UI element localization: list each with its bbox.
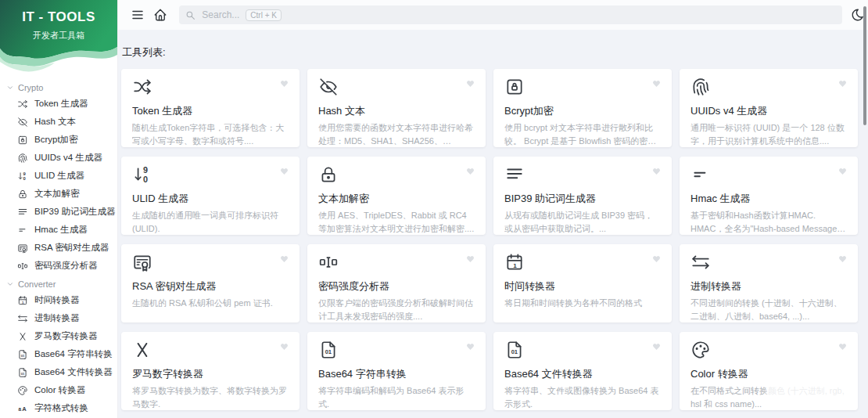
tool-card[interactable]: Token 生成器随机生成Token字符串，可选择包含：大写或小写字母、数字和或… [121, 69, 299, 147]
sidebar-item[interactable]: ULID 生成器 [0, 167, 117, 185]
sidebar-item-label: 字符格式转换 [34, 402, 88, 414]
page-title: 工具列表: [122, 45, 166, 59]
tool-card-description: 通用唯一标识符 (UUID) 是一个 128 位数字，用于识别计算机系统中的信息… [690, 121, 847, 147]
search-input[interactable]: Search... Ctrl + K [179, 5, 842, 24]
heart-icon[interactable] [465, 166, 475, 176]
heart-icon[interactable] [465, 78, 475, 88]
tool-card-description: 从现有或随机助记词生成 BIP39 密码，或从密码中获取助记词。... [504, 209, 661, 235]
chevron-down-icon [6, 84, 14, 92]
tool-card[interactable]: 密码强度分析器仅限客户端的密码强度分析和破解时间估计工具来发现密码的强度.... [307, 244, 486, 323]
lock-square-icon [504, 77, 525, 97]
calendar-icon [17, 295, 28, 306]
sidebar-header: IT - TOOLS 开发者工具箱 [0, 0, 117, 75]
sidebar-item-label: Token 生成器 [34, 98, 88, 110]
heart-icon[interactable] [465, 254, 475, 264]
tool-card[interactable]: 时间转换器将日期和时间转换为各种不同的格式 [493, 244, 672, 323]
sidebar-item[interactable]: 进制转换器 [0, 309, 117, 327]
sort-numbers-icon [132, 164, 152, 185]
tool-card-description: 将日期和时间转换为各种不同的格式 [504, 297, 661, 310]
heart-icon[interactable] [651, 341, 662, 351]
heart-icon[interactable] [838, 78, 848, 88]
sidebar-item[interactable]: Bcrypt加密 [0, 131, 117, 149]
sidebar-item[interactable]: BIP39 助记词生成器 [0, 203, 117, 221]
letter-x-icon [132, 340, 152, 360]
tool-card[interactable]: Base64 字符串转换将字符串编码和解码为 Base64 表示形式. [307, 332, 486, 410]
tool-card[interactable]: Bcrypt加密使用 bcrypt 对文本字符串进行散列和比较。 Bcrypt … [493, 69, 672, 147]
sidebar-section-label: Converter [18, 279, 56, 289]
sidebar-section-label: Crypto [18, 83, 43, 92]
file-digit-icon [318, 340, 339, 360]
menu-toggle-button[interactable] [127, 5, 147, 25]
sidebar-item-label: 时间转换器 [34, 294, 80, 306]
sidebar-item-label: Hash 文本 [34, 116, 76, 128]
sidebar-item[interactable]: Base64 字符串转换 [0, 345, 117, 363]
sidebar-item[interactable]: 罗马数字转换器 [0, 327, 117, 345]
tool-card-title: ULID 生成器 [132, 192, 289, 206]
sidebar-item[interactable]: 密码强度分析器 [0, 257, 117, 275]
sidebar-item[interactable]: Base64 文件转换器 [0, 363, 117, 381]
sidebar-item[interactable]: 文本加解密 [0, 185, 117, 203]
sidebar-section-converter[interactable]: Converter [0, 275, 117, 291]
sidebar-item[interactable]: RSA 密钥对生成器 [0, 239, 117, 257]
tool-card[interactable]: 进制转换器不同进制间的转换 (十进制、十六进制、二进制、八进制、base64, … [680, 244, 858, 323]
search-placeholder: Search... [202, 9, 239, 20]
tool-card[interactable]: 文本加解密使用 AES、TripleDES、Rabbit 或 RC4 等加密算法… [307, 157, 486, 235]
scrollbar[interactable] [863, 6, 866, 125]
lock-icon [17, 189, 28, 200]
sidebar-item[interactable]: 时间转换器 [0, 291, 117, 309]
tool-card-title: 密码强度分析器 [318, 279, 475, 294]
sidebar-item[interactable]: 字符格式转换 [0, 399, 117, 417]
heart-icon[interactable] [651, 166, 662, 176]
tool-card-description: 基于密钥和Hash函数计算HMAC. HMAC，全名为"Hash-based M… [690, 209, 847, 235]
lock-square-icon [17, 135, 28, 146]
calendar-icon [504, 252, 525, 272]
fingerprint-icon [17, 153, 28, 164]
tool-card[interactable]: RSA 密钥对生成器生随机的 RSA 私钥和公钥 pem 证书. [121, 244, 299, 323]
tool-card[interactable]: UUIDs v4 生成器通用唯一标识符 (UUID) 是一个 128 位数字，用… [680, 69, 858, 147]
tool-card[interactable]: ULID 生成器生成随机的通用唯一词典可排序标识符 (ULID). [121, 157, 299, 235]
tool-card-description: 不同进制间的转换 (十进制、十六进制、二进制、八进制、base64, ...).… [690, 297, 847, 323]
tool-card-title: 进制转换器 [690, 279, 847, 294]
tool-card[interactable]: Color 转换器在不同格式之间转换颜色 (十六进制, rgb, hsl 和 c… [680, 332, 858, 410]
sidebar-item-label: 进制转换器 [34, 312, 80, 324]
tool-card-title: Hash 文本 [318, 104, 475, 118]
certificate-icon [17, 243, 28, 254]
heart-icon[interactable] [465, 341, 475, 351]
sidebar-item-label: Bcrypt加密 [34, 134, 78, 146]
tool-card-description: 仅限客户端的密码强度分析和破解时间估计工具来发现密码的强度.... [318, 297, 475, 323]
tool-card[interactable]: Base64 文件转换器将字符串、文件或图像转换为 Base64 表示形式. [493, 332, 672, 410]
tool-card[interactable]: BIP39 助记词生成器从现有或随机助记词生成 BIP39 密码，或从密码中获取… [493, 157, 672, 235]
lock-icon [318, 164, 339, 185]
sidebar-item-label: UUIDs v4 生成器 [34, 152, 102, 164]
password-icon [17, 261, 28, 272]
tool-card-description: 使用 AES、TripleDES、Rabbit 或 RC4 等加密算法对文本明文… [318, 209, 475, 235]
sidebar-item[interactable]: Token 生成器 [0, 95, 117, 113]
tool-card[interactable]: Hash 文本使用您需要的函数对文本字符串进行哈希处理：MD5、SHA1、SHA… [307, 69, 486, 147]
sidebar-section-crypto[interactable]: Crypto [0, 78, 117, 95]
tool-card[interactable]: 罗马数字转换器将罗马数字转换为数字、将数字转换为罗马数字. [121, 332, 299, 410]
tool-card-description: 将罗马数字转换为数字、将数字转换为罗马数字. [132, 384, 289, 410]
tool-card-title: Hmac 生成器 [690, 192, 847, 206]
heart-icon[interactable] [279, 341, 289, 351]
sidebar-item[interactable]: Hmac 生成器 [0, 221, 117, 239]
home-icon [153, 8, 167, 22]
heart-icon[interactable] [279, 78, 289, 88]
heart-icon[interactable] [838, 341, 848, 351]
heart-icon[interactable] [838, 166, 848, 176]
sidebar-item[interactable]: Color 转换器 [0, 381, 117, 399]
sidebar: IT - TOOLS 开发者工具箱 CryptoToken 生成器Hash 文本… [0, 0, 118, 418]
tooltip-overlay [767, 357, 858, 405]
heart-icon[interactable] [279, 166, 289, 176]
letter-case-icon [17, 403, 28, 414]
tool-card-description: 生成随机的通用唯一词典可排序标识符 (ULID). [132, 209, 289, 235]
tool-card[interactable]: Hmac 生成器基于密钥和Hash函数计算HMAC. HMAC，全名为"Hash… [680, 157, 858, 235]
home-button[interactable] [150, 5, 170, 25]
sidebar-item[interactable]: UUIDs v4 生成器 [0, 149, 117, 167]
tools-grid: Token 生成器随机生成Token字符串，可选择包含：大写或小写字母、数字和或… [121, 69, 858, 410]
heart-icon[interactable] [838, 254, 848, 264]
heart-icon[interactable] [279, 254, 289, 264]
sidebar-item-label: 文本加解密 [34, 188, 80, 200]
sidebar-item[interactable]: Hash 文本 [0, 113, 117, 131]
heart-icon[interactable] [651, 78, 662, 88]
heart-icon[interactable] [651, 254, 662, 264]
